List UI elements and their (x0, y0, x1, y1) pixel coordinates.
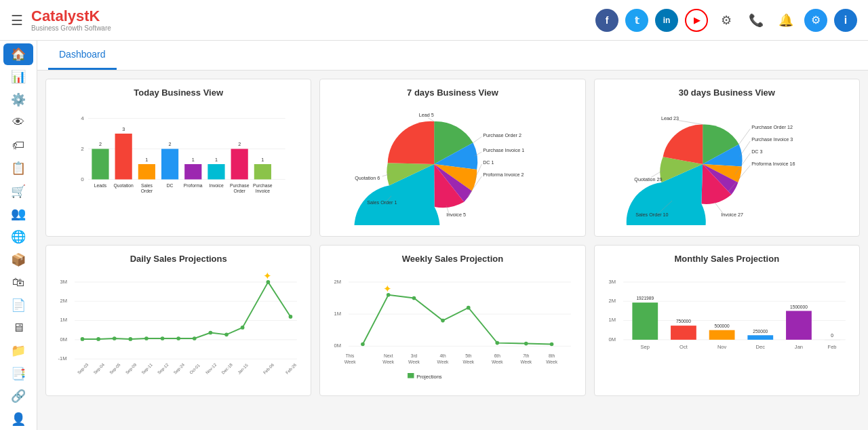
svg-text:Invoice 27: Invoice 27 (721, 212, 743, 218)
svg-text:1M: 1M (60, 317, 66, 323)
svg-text:✦: ✦ (263, 270, 272, 281)
svg-text:1M: 1M (608, 317, 615, 323)
svg-text:Feb-06: Feb-06 (262, 362, 275, 375)
svg-text:500000: 500000 (714, 324, 729, 328)
facebook-icon[interactable]: f (595, 9, 618, 32)
svg-text:2M: 2M (60, 298, 66, 304)
content-area: Dashboard Today Business View 4 2 0 (37, 41, 868, 430)
sidebar-item-dashboard[interactable]: 📊 (3, 66, 33, 88)
svg-text:Purchase Order 12: Purchase Order 12 (751, 124, 793, 130)
svg-rect-146 (671, 326, 696, 340)
svg-text:3: 3 (122, 126, 125, 132)
svg-text:Feb-26: Feb-26 (285, 362, 298, 375)
svg-text:✦: ✦ (383, 283, 392, 294)
sidebar-item-settings[interactable]: ⚙️ (3, 89, 33, 111)
phone-icon[interactable]: 📞 (745, 9, 768, 32)
svg-text:750000: 750000 (676, 319, 691, 324)
thirty-days-chart-title: 30 days Business View (603, 87, 851, 98)
sidebar-item-docs[interactable]: 📄 (3, 294, 33, 316)
svg-text:2: 2 (169, 141, 172, 147)
svg-text:Proforma: Proforma (184, 183, 203, 188)
svg-text:Invoice: Invoice (209, 183, 224, 188)
thirty-days-pie-chart: Lead 23 Purchase Order 12 Purchase Invoi… (603, 103, 851, 225)
svg-text:Purchase Order 2: Purchase Order 2 (483, 132, 521, 138)
svg-text:Purchase Invoice 1: Purchase Invoice 1 (483, 147, 524, 153)
svg-text:3rd: 3rd (411, 353, 418, 358)
sidebar-item-shop[interactable]: 🛍 (3, 271, 33, 293)
svg-text:Quotation: Quotation (114, 183, 134, 189)
settings-icon[interactable]: ⚙ (804, 9, 827, 32)
sidebar-item-links[interactable]: 🔗 (3, 386, 33, 408)
logo-name: CatalystK (31, 8, 111, 24)
svg-point-83 (209, 331, 213, 335)
svg-text:0: 0 (81, 176, 84, 182)
svg-text:Dec-18: Dec-18 (220, 361, 233, 374)
svg-rect-9 (115, 134, 132, 180)
svg-text:Oct-01: Oct-01 (189, 362, 201, 374)
svg-point-80 (161, 336, 165, 340)
sidebar-item-packages[interactable]: 📦 (3, 249, 33, 271)
svg-text:Lead 23: Lead 23 (661, 115, 679, 121)
puzzle-icon[interactable]: ⚙ (715, 9, 738, 32)
svg-text:Week: Week (492, 359, 503, 364)
sidebar-item-home[interactable]: 🏠 (3, 43, 33, 65)
svg-text:Week: Week (408, 359, 420, 364)
today-business-view-card: Today Business View 4 2 0 2 Leads (45, 79, 311, 237)
weekly-proj-chart: 2M 1M 0M (328, 269, 576, 385)
svg-text:2: 2 (238, 141, 241, 147)
svg-text:Dec: Dec (755, 344, 765, 350)
sidebar-item-screen[interactable]: 🖥 (3, 317, 33, 339)
sidebar-item-globe[interactable]: 🌐 (3, 226, 33, 248)
svg-text:1500000: 1500000 (790, 305, 808, 309)
svg-rect-19 (184, 164, 201, 180)
info-icon[interactable]: i (834, 9, 857, 32)
svg-point-84 (224, 333, 229, 337)
sidebar-item-users[interactable]: 👥 (3, 203, 33, 224)
svg-point-81 (176, 336, 180, 340)
svg-text:Order: Order (234, 189, 246, 193)
svg-point-113 (496, 341, 500, 345)
svg-point-79 (144, 336, 149, 340)
seven-days-pie-chart: Lead 5 Purchase Order 2 Purchase Invoice… (328, 103, 576, 225)
svg-text:Sales Order 1: Sales Order 1 (367, 199, 397, 206)
tab-bar: Dashboard (37, 41, 868, 71)
youtube-icon[interactable]: ▶ (685, 9, 708, 32)
linkedin-icon[interactable]: in (655, 9, 678, 32)
tab-dashboard[interactable]: Dashboard (48, 41, 117, 70)
sidebar-item-cart[interactable]: 🛒 (3, 180, 33, 202)
monthly-proj-title: Monthly Sales Projection (603, 254, 851, 264)
svg-point-115 (550, 343, 554, 347)
svg-text:2M: 2M (608, 298, 615, 304)
svg-point-82 (193, 336, 197, 340)
sidebar-item-tags[interactable]: 🏷 (3, 135, 33, 157)
svg-text:3M: 3M (60, 279, 66, 285)
bell-icon[interactable]: 🔔 (774, 9, 797, 32)
svg-text:Week: Week (437, 359, 449, 364)
hamburger-icon[interactable]: ☰ (11, 12, 23, 28)
twitter-icon[interactable]: 𝕥 (625, 9, 648, 32)
svg-text:2M: 2M (334, 279, 341, 285)
svg-text:Sep-11: Sep-11 (140, 361, 153, 374)
svg-text:Week: Week (344, 359, 356, 364)
sidebar-item-files[interactable]: 📁 (3, 340, 33, 361)
svg-text:1: 1 (215, 157, 218, 163)
svg-text:Sales: Sales (141, 183, 153, 188)
svg-text:Sep: Sep (640, 344, 649, 350)
svg-text:Sep-05: Sep-05 (108, 361, 121, 374)
svg-text:0: 0 (831, 333, 833, 338)
seven-days-chart-title: 7 days Business View (328, 87, 576, 98)
svg-text:0M: 0M (334, 343, 341, 349)
sidebar-item-user[interactable]: 👤 (3, 408, 33, 430)
sidebar-item-orders[interactable]: 📋 (3, 157, 33, 179)
dashboard-grid: Today Business View 4 2 0 2 Leads (37, 71, 868, 404)
svg-text:Purchase: Purchase (253, 183, 273, 188)
svg-point-76 (96, 337, 100, 341)
sidebar-item-reports[interactable]: 📑 (3, 363, 33, 385)
svg-text:2: 2 (99, 141, 102, 147)
sidebar-item-view[interactable]: 👁 (3, 112, 33, 134)
svg-rect-149 (709, 330, 734, 340)
svg-point-108 (361, 343, 365, 347)
svg-rect-29 (254, 164, 271, 180)
svg-text:8th: 8th (549, 353, 555, 358)
svg-text:Week: Week (521, 359, 532, 364)
